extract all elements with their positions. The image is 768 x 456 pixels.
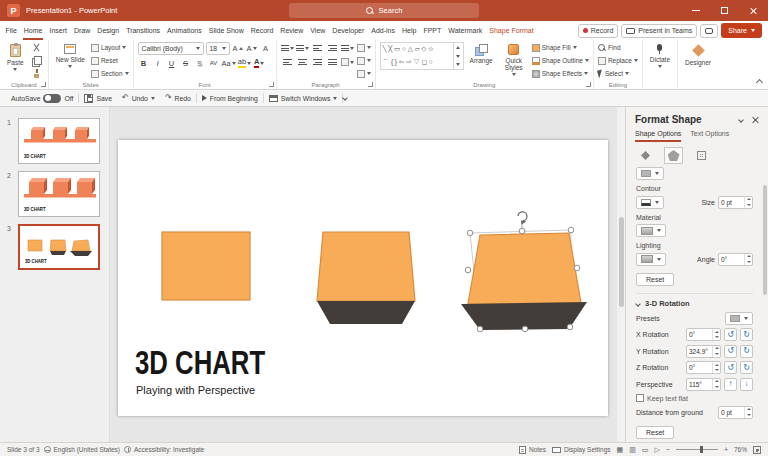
zoom-slider[interactable]: [676, 449, 718, 450]
spin-down[interactable]: [745, 259, 752, 265]
shape-effects-button[interactable]: Shape Effects: [532, 68, 589, 79]
notes-toggle[interactable]: Notes: [519, 446, 546, 454]
tab-developer[interactable]: Developer: [329, 21, 368, 40]
pane-scrollbar[interactable]: [761, 165, 768, 442]
text-direction-button[interactable]: [357, 42, 371, 53]
text-shadow-button[interactable]: S: [194, 57, 206, 69]
tab-animations[interactable]: Animations: [164, 21, 206, 40]
y-rotate-right-button[interactable]: ↻: [740, 345, 753, 358]
search-box[interactable]: Search: [289, 3, 479, 18]
change-case-button[interactable]: Aa: [222, 57, 236, 69]
pane-options-chevron-icon[interactable]: [738, 117, 744, 123]
slide-sorter-view-button[interactable]: ▥: [629, 446, 636, 453]
present-in-teams-button[interactable]: Present in Teams: [621, 24, 697, 38]
tab-watermark[interactable]: Watermark: [445, 21, 486, 40]
spin-down[interactable]: [745, 202, 752, 208]
fit-to-window-icon[interactable]: [753, 446, 761, 454]
increase-font-size-button[interactable]: A: [232, 43, 244, 55]
fill-line-icon[interactable]: [636, 147, 655, 164]
convert-to-smartart-button[interactable]: [357, 68, 371, 79]
copy-button[interactable]: [30, 55, 44, 66]
reset-3d-rotation-button[interactable]: Reset: [636, 426, 674, 439]
minimize-button[interactable]: [681, 0, 710, 21]
scrollbar-thumb[interactable]: [763, 185, 767, 295]
reset-button[interactable]: Reset: [91, 55, 129, 66]
normal-view-button[interactable]: ▦: [617, 446, 624, 453]
share-button[interactable]: Share: [721, 23, 762, 38]
slide-title-text[interactable]: 3D CHART: [135, 346, 265, 379]
arrange-button[interactable]: Arrange: [467, 42, 496, 66]
layout-button[interactable]: Layout: [91, 42, 129, 53]
powerpoint-logo-icon[interactable]: P: [7, 4, 20, 17]
slide-editing-surface[interactable]: 3D CHART Playing with Perspective: [118, 140, 608, 416]
font-name-select[interactable]: Calibri (Body): [138, 42, 204, 55]
tab-file[interactable]: File: [2, 21, 20, 40]
numbering-button[interactable]: [296, 42, 309, 54]
save-button[interactable]: Save: [79, 90, 117, 106]
tab-home[interactable]: Home: [20, 21, 46, 40]
select-button[interactable]: Select: [598, 68, 638, 79]
slide-indicator[interactable]: Slide 3 of 3: [7, 446, 40, 453]
close-button[interactable]: [739, 0, 768, 21]
lighting-dropdown[interactable]: [636, 253, 666, 266]
autosave-toggle[interactable]: AutoSave Off: [6, 90, 78, 106]
clear-formatting-button[interactable]: A: [260, 43, 272, 55]
tab-review[interactable]: Review: [277, 21, 307, 40]
zoom-in-button[interactable]: +: [724, 446, 728, 453]
tab-record[interactable]: Record: [247, 21, 277, 40]
record-button[interactable]: Record: [578, 24, 619, 38]
size-properties-icon[interactable]: [692, 147, 711, 164]
underline-button[interactable]: U: [166, 57, 178, 69]
cut-button[interactable]: [30, 42, 44, 53]
3d-rotation-section-header[interactable]: 3-D Rotation: [636, 299, 753, 308]
narrow-perspective-button[interactable]: ↑: [724, 378, 737, 391]
tab-fppt[interactable]: FPPT: [420, 21, 445, 40]
slide-thumbnail-1[interactable]: 1 3D CHART: [18, 118, 102, 164]
slide-subtitle-text[interactable]: Playing with Perspective: [136, 384, 255, 396]
canvas-scrollbar[interactable]: [617, 107, 625, 442]
shape-3d-box-3-front-selected[interactable]: [468, 233, 581, 304]
presets-dropdown[interactable]: [725, 312, 753, 325]
collapse-ribbon-button[interactable]: [756, 79, 763, 86]
decrease-font-size-button[interactable]: A: [246, 43, 258, 55]
tab-insert[interactable]: Insert: [46, 21, 71, 40]
pane-close-icon[interactable]: [751, 116, 759, 124]
comments-button[interactable]: [700, 24, 718, 38]
slideshow-button[interactable]: ▷: [654, 446, 659, 453]
section-button[interactable]: Section: [91, 68, 129, 79]
shape-3d-box-2-bottom[interactable]: [317, 301, 415, 324]
widen-perspective-button[interactable]: ↓: [740, 378, 753, 391]
accessibility-status[interactable]: Accessibility: Investigate: [124, 446, 204, 453]
scrollbar-thumb[interactable]: [619, 217, 624, 307]
gallery-more-button[interactable]: [454, 60, 463, 69]
quick-styles-button[interactable]: Quick Styles: [499, 42, 529, 78]
x-rotation-input[interactable]: 0°: [686, 328, 721, 341]
x-rotate-right-button[interactable]: ↻: [740, 328, 753, 341]
font-dialog-launcher[interactable]: [269, 82, 274, 87]
zoom-level[interactable]: 76%: [734, 446, 747, 453]
designer-button[interactable]: Designer: [682, 42, 714, 68]
shape-gallery-row-2[interactable]: ⌒ { } ⇦ ⇨ ▽ ◻ ○: [383, 59, 451, 66]
character-spacing-button[interactable]: AV: [208, 57, 220, 69]
slide-thumbnail-2[interactable]: 2 3D CHART: [18, 171, 102, 217]
tab-shape-format[interactable]: Shape Format: [486, 21, 537, 40]
keep-text-flat-checkbox[interactable]: [636, 394, 644, 402]
perspective-input[interactable]: 115°: [686, 378, 721, 391]
tab-draw[interactable]: Draw: [70, 21, 93, 40]
distance-from-ground-input[interactable]: 0 pt: [718, 406, 753, 419]
decrease-indent-button[interactable]: [311, 42, 324, 54]
bevel-dropdown[interactable]: [636, 167, 664, 180]
tab-add-ins[interactable]: Add-ins: [368, 21, 399, 40]
new-slide-button[interactable]: New Slide: [53, 42, 88, 70]
maximize-button[interactable]: [710, 0, 739, 21]
bold-button[interactable]: B: [138, 57, 150, 69]
undo-button[interactable]: ↶ Undo: [117, 90, 160, 106]
z-rotate-right-button[interactable]: ↻: [740, 361, 753, 374]
columns-button[interactable]: [341, 56, 354, 68]
reading-view-button[interactable]: ▭: [642, 446, 649, 453]
tab-slide-show[interactable]: Slide Show: [205, 21, 247, 40]
tab-shape-options[interactable]: Shape Options: [635, 130, 681, 142]
effects-icon[interactable]: [664, 147, 683, 164]
from-beginning-button[interactable]: From Beginning: [197, 90, 263, 106]
bullets-button[interactable]: [281, 42, 294, 54]
